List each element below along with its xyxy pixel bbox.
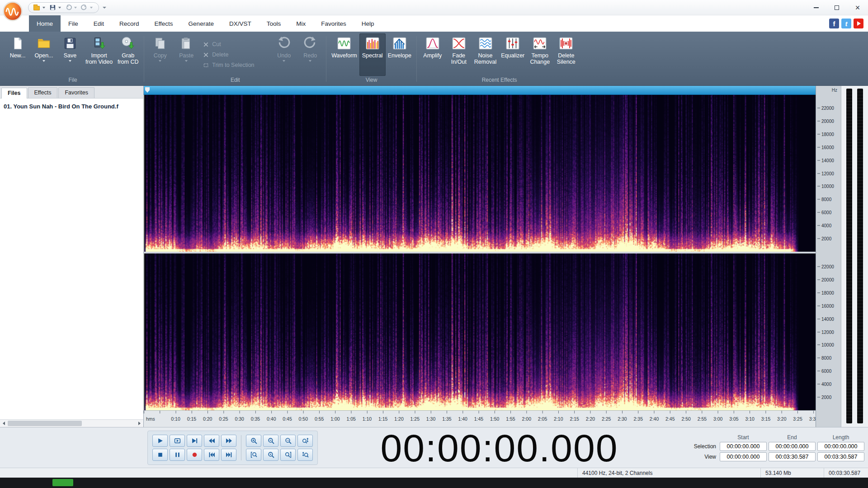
app-logo[interactable] [3, 1, 23, 21]
delete-silence-button[interactable]: Delete Silence [553, 33, 579, 76]
menu-tab[interactable]: Favorites [313, 15, 354, 32]
zoom-in-button[interactable] [246, 435, 261, 447]
spectral-view-button[interactable]: Spectral [359, 33, 386, 76]
copy-dropdown-icon[interactable] [159, 60, 161, 62]
equalizer-button[interactable]: Equalizer [499, 33, 527, 76]
open-dropdown-icon[interactable] [42, 7, 45, 9]
amplify-button[interactable]: Amplify [420, 33, 446, 76]
waveform-view-button[interactable]: Waveform [329, 33, 359, 76]
selection-start-field[interactable]: 00:00:00.000 [720, 442, 767, 451]
scrollbar-track[interactable] [8, 420, 136, 427]
selection-length-field[interactable]: 00:00:00.000 [817, 442, 864, 451]
save-split-dropdown-icon[interactable] [69, 60, 71, 62]
import-from-video-button[interactable]: Import from Video [83, 33, 115, 76]
pause-button[interactable] [170, 449, 185, 461]
undo-quick-button[interactable] [64, 3, 73, 12]
scroll-left-icon[interactable] [0, 420, 8, 427]
noise-removal-button[interactable]: Noise Removal [472, 33, 499, 76]
cut-button[interactable]: Cut [203, 41, 267, 47]
position-scrollbar[interactable] [144, 86, 816, 95]
rewind-button[interactable] [204, 435, 219, 447]
view-start-field[interactable]: 00:00:00.000 [720, 452, 767, 461]
zoom-vertical-button[interactable] [297, 435, 313, 447]
facebook-icon[interactable]: f [829, 19, 839, 28]
trim-to-selection-button[interactable]: Trim to Selection [203, 62, 267, 68]
menu-tab[interactable]: Generate [181, 15, 222, 32]
undo-dropdown-icon[interactable] [74, 7, 77, 9]
scroll-right-icon[interactable] [136, 420, 143, 427]
record-button[interactable] [187, 449, 202, 461]
undo-button[interactable]: Undo [271, 33, 297, 76]
close-button[interactable]: × [847, 0, 868, 15]
menu-tab[interactable]: Mix [288, 15, 313, 32]
open-quick-button[interactable] [32, 3, 41, 12]
sidebar-tab[interactable]: Files [1, 88, 27, 99]
delete-button[interactable]: Delete [203, 52, 267, 58]
zoom-selection-button[interactable] [263, 449, 278, 461]
grab-from-cd-button[interactable]: Grab from CD [115, 33, 141, 76]
menu-tab[interactable]: Tools [259, 15, 289, 32]
tempo-change-button[interactable]: Tempo Change [527, 33, 553, 76]
play-button[interactable] [152, 435, 168, 447]
menu-tab[interactable]: DX/VST [222, 15, 259, 32]
windows-taskbar[interactable] [0, 478, 868, 488]
loop-play-button[interactable] [170, 435, 185, 447]
go-to-end-button[interactable] [221, 449, 236, 461]
new-button[interactable]: New... [5, 33, 31, 76]
save-dropdown-icon[interactable] [58, 7, 61, 9]
paste-button[interactable]: Paste [173, 33, 199, 76]
menu-tab[interactable]: Effects [147, 15, 181, 32]
view-length-field[interactable]: 00:03:30.587 [817, 452, 864, 461]
redo-button[interactable]: Redo [297, 33, 323, 76]
timeline-tick-label: 1:30 [426, 416, 435, 422]
stop-button[interactable] [152, 449, 168, 461]
menu-tab[interactable]: Home [29, 15, 61, 32]
timeline-ruler[interactable]: hms 0:100:150:200:250:300:350:400:450:50… [144, 410, 816, 427]
sidebar-tab[interactable]: Favorites [58, 87, 94, 98]
taskbar-app-icon[interactable] [52, 479, 73, 486]
toolbar-options-icon[interactable] [103, 7, 106, 9]
scrollbar-thumb[interactable] [8, 421, 82, 426]
file-list-item[interactable]: 01. Youn Sun Nah - Bird On The Ground.f [0, 101, 143, 112]
redo-dropdown-icon[interactable] [309, 60, 311, 62]
menu-tab[interactable]: Record [112, 15, 147, 32]
sidebar-tab[interactable]: Effects [28, 87, 58, 98]
view-end-field[interactable]: 00:03:30.587 [769, 452, 816, 461]
maximize-button[interactable] [826, 0, 847, 15]
frequency-tick-label: 12000 [817, 171, 840, 176]
fade-in-out-button[interactable]: Fade In/Out [446, 33, 472, 76]
menu-tab[interactable]: File [61, 15, 86, 32]
menu-tab[interactable]: Edit [86, 15, 112, 32]
redo-dropdown-icon[interactable] [90, 7, 93, 9]
open-split-dropdown-icon[interactable] [42, 60, 45, 62]
minimize-button[interactable] [806, 0, 826, 15]
save-button[interactable]: Save [57, 33, 83, 76]
zoom-vertical-out-button[interactable] [297, 449, 313, 461]
play-to-end-button[interactable] [187, 435, 202, 447]
envelope-view-button[interactable]: Envelope [386, 33, 414, 76]
go-to-start-button[interactable] [204, 449, 219, 461]
zoom-selection-start-button[interactable] [246, 449, 261, 461]
play-icon [157, 437, 164, 444]
zoom-100-button[interactable]: 100 [280, 435, 296, 447]
undo-dropdown-icon[interactable] [283, 60, 285, 62]
ribbon-group-label-file: File [5, 76, 141, 85]
position-marker-icon[interactable] [145, 87, 150, 93]
paste-dropdown-icon[interactable] [185, 60, 188, 62]
selection-end-field[interactable]: 00:00:00.000 [769, 442, 816, 451]
timeline-tick-label: 1:00 [330, 416, 340, 422]
twitter-icon[interactable]: t [841, 19, 851, 28]
save-quick-button[interactable] [48, 3, 57, 12]
forward-button[interactable] [221, 435, 236, 447]
youtube-icon[interactable] [854, 19, 863, 28]
sidebar-horizontal-scrollbar[interactable] [0, 419, 143, 427]
zoom-out-button[interactable] [263, 435, 278, 447]
spectrogram-left-channel[interactable] [144, 95, 816, 252]
timeline-tick-label: 2:05 [538, 416, 547, 422]
open-button[interactable]: Open... [31, 33, 57, 76]
copy-button[interactable]: Copy [147, 33, 173, 76]
zoom-selection-end-button[interactable] [280, 449, 296, 461]
redo-quick-button[interactable] [80, 3, 89, 12]
menu-tab[interactable]: Help [354, 15, 382, 32]
spectrogram-right-channel[interactable] [144, 253, 816, 410]
